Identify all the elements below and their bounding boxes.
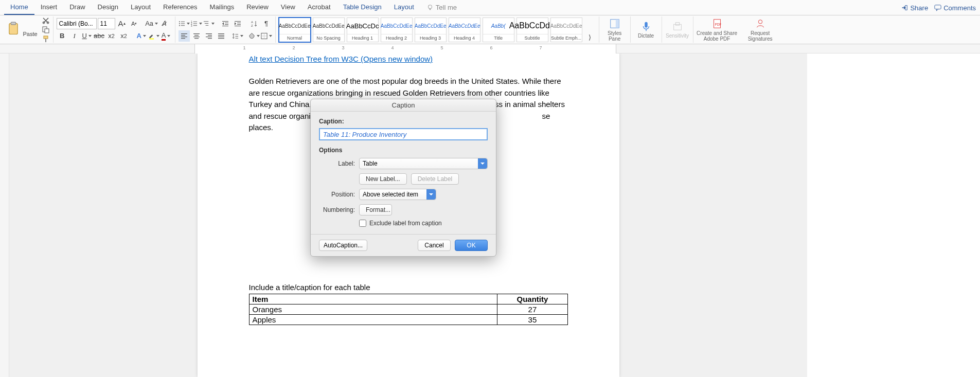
numbering-icon[interactable]: 123: [191, 18, 202, 29]
style-tile-heading-4[interactable]: AaBbCcDdEeHeading 4: [449, 17, 480, 42]
text-effects-icon[interactable]: A: [136, 30, 147, 42]
caption-input[interactable]: [319, 128, 488, 140]
font-name-select[interactable]: [57, 18, 97, 29]
exclude-label-checkbox[interactable]: Exclude label from caption: [359, 220, 488, 227]
superscript-icon[interactable]: x2: [118, 30, 130, 42]
label-label: Label:: [319, 160, 355, 167]
italic-icon[interactable]: I: [69, 30, 80, 42]
change-case-icon[interactable]: Aa: [146, 18, 157, 29]
svg-rect-62: [645, 22, 648, 28]
table-row[interactable]: Item Quantity: [249, 294, 567, 304]
tab-design[interactable]: Design: [92, 0, 124, 15]
tab-layout[interactable]: Layout: [124, 0, 157, 15]
highlight-icon[interactable]: [148, 30, 159, 42]
format-button[interactable]: Format...: [359, 204, 392, 216]
new-label-button[interactable]: New Label...: [359, 173, 407, 185]
tab-home[interactable]: Home: [4, 0, 34, 15]
grow-font-icon[interactable]: A▴: [116, 18, 128, 29]
tab-review[interactable]: Review: [240, 0, 275, 15]
tab-draw[interactable]: Draw: [63, 0, 91, 15]
create-share-label: Create and Share Adobe PDF: [697, 30, 738, 42]
exclude-label-text: Exclude label from caption: [369, 220, 442, 227]
table-header-item[interactable]: Item: [249, 294, 497, 304]
underline-icon[interactable]: U: [81, 30, 93, 42]
svg-rect-33: [235, 26, 241, 26]
table-cell[interactable]: 27: [497, 304, 567, 314]
label-select[interactable]: Table: [359, 158, 488, 169]
strikethrough-icon[interactable]: abc: [94, 30, 105, 42]
table-row[interactable]: Apples 35: [249, 314, 567, 325]
svg-rect-34: [237, 23, 241, 23]
position-select[interactable]: Above selected item: [359, 189, 436, 200]
request-signatures-button[interactable]: Request Signatures: [740, 18, 781, 42]
decrease-indent-icon[interactable]: [220, 18, 231, 29]
exclude-checkbox-input[interactable]: [359, 220, 366, 227]
tab-mailings[interactable]: Mailings: [204, 0, 241, 15]
align-right-icon[interactable]: [203, 30, 215, 42]
show-marks-icon[interactable]: ¶: [261, 18, 272, 29]
styles-pane-button[interactable]: Styles Pane: [602, 18, 627, 42]
horizontal-ruler[interactable]: 1234567: [0, 44, 980, 53]
shrink-font-icon[interactable]: A▾: [129, 18, 140, 29]
borders-icon[interactable]: [261, 30, 272, 42]
style-tile-no-spacing[interactable]: AaBbCcDdEeNo Spacing: [313, 17, 345, 42]
tell-me[interactable]: Tell me: [426, 4, 457, 11]
tab-insert[interactable]: Insert: [34, 0, 64, 15]
svg-rect-47: [208, 35, 212, 35]
multilevel-list-icon[interactable]: [203, 18, 215, 29]
table-cell[interactable]: Apples: [249, 314, 497, 325]
bold-icon[interactable]: B: [57, 30, 68, 42]
svg-rect-16: [181, 23, 184, 24]
style-tile-subtitle[interactable]: AaBbCcDdESubtitle: [516, 17, 548, 42]
sort-icon[interactable]: AZ: [248, 18, 260, 29]
align-left-icon[interactable]: [179, 30, 190, 42]
position-select-value: Above selected item: [363, 191, 418, 198]
font-size-select[interactable]: [98, 18, 115, 29]
clear-formatting-icon[interactable]: A̷: [158, 18, 170, 29]
increase-indent-icon[interactable]: [232, 18, 243, 29]
data-table[interactable]: Item Quantity Oranges 27 Apples 35: [249, 294, 568, 325]
table-row[interactable]: Oranges 27: [249, 304, 567, 314]
svg-point-67: [758, 20, 762, 23]
styles-more-icon[interactable]: ⟩: [584, 31, 596, 43]
create-share-pdf-button[interactable]: PDF Create and Share Adobe PDF: [697, 18, 738, 42]
tab-references[interactable]: References: [157, 0, 203, 15]
style-tile-heading-1[interactable]: AaBbCcDcHeading 1: [347, 17, 379, 42]
tab-view[interactable]: View: [275, 0, 301, 15]
tab-acrobat[interactable]: Acrobat: [301, 0, 337, 15]
sensitivity-button: Sensitivity: [665, 21, 690, 39]
dictate-button[interactable]: Dictate: [634, 21, 658, 39]
vertical-ruler[interactable]: [0, 53, 9, 377]
microphone-icon: [640, 21, 652, 32]
line-spacing-icon[interactable]: [232, 30, 243, 42]
align-center-icon[interactable]: [191, 30, 202, 42]
style-tile-subtle-emph-[interactable]: AaBbCcDdEeSubtle Emph...: [550, 17, 582, 42]
autocaption-button[interactable]: AutoCaption...: [319, 240, 367, 251]
cut-icon[interactable]: [42, 16, 50, 25]
style-tile-normal[interactable]: AaBbCcDdEeNormal: [279, 17, 311, 42]
style-tile-heading-2[interactable]: AaBbCcDdEeHeading 2: [381, 17, 413, 42]
copy-icon[interactable]: [42, 26, 50, 34]
table-cell[interactable]: 35: [497, 314, 567, 325]
tab-table-design[interactable]: Table Design: [337, 0, 388, 15]
sensitivity-icon: [672, 21, 683, 32]
hyperlink[interactable]: Alt text Decision Tree from W3C (Opens n…: [249, 55, 568, 63]
sensitivity-label: Sensitivity: [666, 33, 689, 39]
ok-button[interactable]: OK: [455, 240, 488, 251]
table-caption-heading[interactable]: Include a title/caption for each table: [249, 283, 568, 292]
justify-icon[interactable]: [216, 30, 227, 42]
paste-button[interactable]: Paste: [6, 22, 38, 38]
comments-button[interactable]: Comments: [934, 4, 976, 12]
shading-icon[interactable]: [248, 30, 260, 42]
bullets-icon[interactable]: [179, 18, 190, 29]
share-button[interactable]: Share: [901, 4, 928, 12]
font-color-icon[interactable]: A: [161, 30, 172, 42]
tab-table-layout[interactable]: Layout: [388, 0, 420, 15]
cancel-button[interactable]: Cancel: [418, 240, 451, 251]
table-header-qty[interactable]: Quantity: [497, 294, 567, 304]
format-painter-icon[interactable]: [42, 35, 50, 43]
style-tile-heading-3[interactable]: AaBbCcDdEeHeading 3: [415, 17, 447, 42]
subscript-icon[interactable]: x2: [106, 30, 117, 42]
table-cell[interactable]: Oranges: [249, 304, 497, 314]
bulb-icon: [426, 4, 434, 11]
